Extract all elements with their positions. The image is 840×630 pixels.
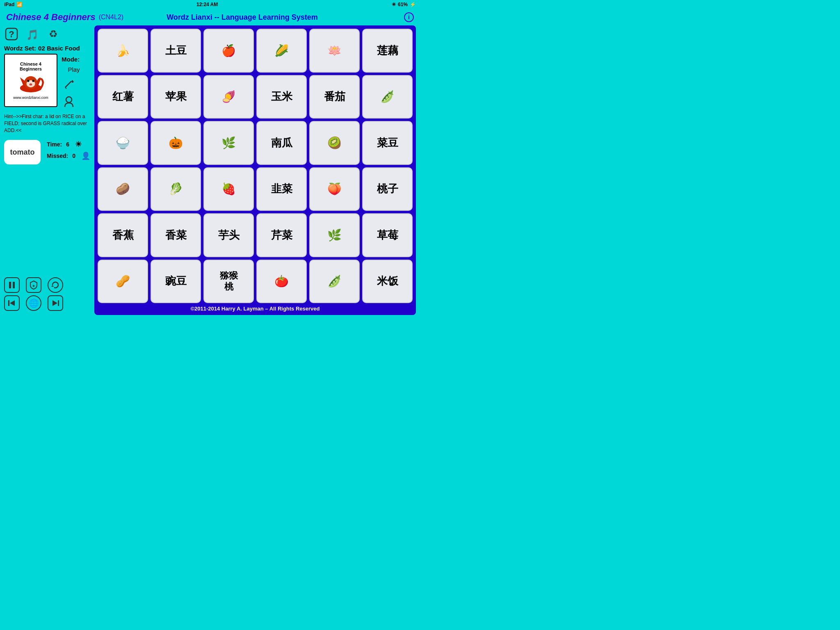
peach-emoji: 🍑 <box>327 182 342 196</box>
info-button[interactable]: i <box>404 12 414 22</box>
cell-sweet-potato-text[interactable]: 红薯 <box>98 75 148 119</box>
potato-chinese: 土豆 <box>165 44 187 57</box>
sweet-potato-chinese: 红薯 <box>112 90 134 103</box>
missed-label: Missed: <box>47 153 68 159</box>
cell-pumpkin-img[interactable]: 🎃 <box>151 121 201 165</box>
missed-value: 0 <box>72 153 75 159</box>
cell-pea-img[interactable]: 🫛 <box>309 260 360 304</box>
pea-chinese: 豌豆 <box>165 275 187 288</box>
wordz-title: Wordz Lianxi -- Language Learning System <box>167 13 318 22</box>
cell-lotus-img[interactable]: 🪷 <box>309 29 360 73</box>
grid-panel: 🍌 土豆 🍎 🌽 🪷 莲藕 红薯 苹果 <box>94 25 416 315</box>
cell-green-bean-img[interactable]: 🫛 <box>362 75 413 119</box>
logo-box: Chinese 4Beginners www.wordzlianxi.com <box>4 54 57 107</box>
bluetooth-icon: ✳ <box>392 2 396 7</box>
cell-corn-text[interactable]: 玉米 <box>256 75 307 119</box>
logo-title: Chinese 4Beginners <box>20 62 42 71</box>
rice-emoji: 🍚 <box>116 136 130 150</box>
charging-icon: ⚡ <box>410 2 416 7</box>
pause-button[interactable] <box>4 277 20 293</box>
cell-celery-img[interactable]: 🥬 <box>151 167 201 211</box>
cell-cilantro-text[interactable]: 香菜 <box>151 213 201 257</box>
cell-banana-img[interactable]: 🍌 <box>98 29 148 73</box>
grid-footer: ©2011-2014 Harry A. Layman – All Rights … <box>98 303 413 312</box>
banana-chinese: 香蕉 <box>112 229 134 242</box>
svg-text:🎵: 🎵 <box>26 29 39 41</box>
svg-marker-18 <box>51 285 54 287</box>
recycle-button[interactable]: ♻ <box>46 27 61 41</box>
cell-celery-text[interactable]: 芹菜 <box>256 213 307 257</box>
grid-container: 🍌 土豆 🍎 🌽 🪷 莲藕 红薯 苹果 <box>98 29 413 303</box>
wordz-set-value: 02 Basic Food <box>38 45 80 52</box>
corn-emoji: 🌽 <box>274 44 289 57</box>
music-button[interactable]: 🎵 <box>25 27 40 41</box>
control-row-2: 🌐 <box>4 295 90 311</box>
hint-text: Hint-->>First char: a lid on RICE on a F… <box>4 113 90 134</box>
cell-rice-img[interactable]: 🍚 <box>98 121 148 165</box>
answer-timer-row: tomato Time: 6 ☀ Missed: 0 👤 <box>4 138 90 164</box>
potato-emoji: 🥔 <box>116 182 130 196</box>
person-button[interactable] <box>62 94 76 109</box>
cell-taro-text[interactable]: 芋头 <box>203 213 254 257</box>
cell-cilantro-img[interactable]: 🌿 <box>309 213 360 257</box>
time-value: 6 <box>66 141 69 148</box>
next-button[interactable] <box>48 295 63 311</box>
pumpkin-emoji: 🎃 <box>169 136 183 150</box>
prev-button[interactable] <box>4 295 20 311</box>
cell-lotus-text[interactable]: 莲藕 <box>362 29 413 73</box>
cell-sweet-potato-img[interactable]: 🍠 <box>203 75 254 119</box>
cell-tomato-img[interactable]: 🍅 <box>256 260 307 304</box>
svg-rect-15 <box>9 282 11 288</box>
cell-green-bean-text[interactable]: 菜豆 <box>362 121 413 165</box>
left-panel: ? 🎵 ♻ Wordz Set: 02 Basic Food Chinese 4… <box>4 25 90 315</box>
chive-chinese: 韭菜 <box>271 183 292 195</box>
sweet-potato-emoji: 🍠 <box>221 90 236 103</box>
svg-rect-16 <box>13 282 15 288</box>
cell-rice-text[interactable]: 米饭 <box>362 260 413 304</box>
cell-apple-img[interactable]: 🍎 <box>203 29 254 73</box>
cell-herb-img[interactable]: 🌿 <box>203 121 254 165</box>
shield-button[interactable]: ★ <box>26 277 41 293</box>
cell-peach-text[interactable]: 桃子 <box>362 167 413 211</box>
cell-chive-text[interactable]: 韭菜 <box>256 167 307 211</box>
cell-pumpkin-text[interactable]: 南瓜 <box>256 121 307 165</box>
cell-corn-img[interactable]: 🌽 <box>256 29 307 73</box>
cell-strawberry-img[interactable]: 🍓 <box>203 167 254 211</box>
cell-kiwi-text[interactable]: 猕猴桃 <box>203 260 254 304</box>
status-left: iPad 📶 <box>4 2 23 7</box>
svg-marker-22 <box>52 300 57 306</box>
cell-potato-img[interactable]: 🥔 <box>98 167 148 211</box>
main-layout: ? 🎵 ♻ Wordz Set: 02 Basic Food Chinese 4… <box>0 25 420 315</box>
svg-text:?: ? <box>9 29 14 39</box>
answer-box[interactable]: tomato <box>4 140 41 164</box>
apple-chinese: 苹果 <box>165 90 187 103</box>
svg-point-10 <box>30 83 32 85</box>
brightness-icon[interactable]: ☀ <box>75 140 82 149</box>
svg-line-11 <box>65 81 71 87</box>
taro-chinese: 芋头 <box>218 229 240 242</box>
strawberry-emoji: 🍓 <box>221 182 236 196</box>
globe-button[interactable]: 🌐 <box>26 295 41 311</box>
bottom-controls: ★ 🌐 <box>4 277 90 315</box>
pencil-button[interactable] <box>62 76 76 91</box>
celery-chinese: 芹菜 <box>271 229 292 242</box>
ipad-label: iPad <box>4 2 14 7</box>
kiwi-emoji: 🥝 <box>327 136 342 150</box>
refresh-button[interactable] <box>48 277 63 293</box>
cell-peach-img[interactable]: 🍑 <box>309 167 360 211</box>
cell-banana-text[interactable]: 香蕉 <box>98 213 148 257</box>
help-button[interactable]: ? <box>4 27 19 41</box>
wordz-set-label: Wordz Set: <box>4 45 36 52</box>
person2-icon[interactable]: 👤 <box>81 151 90 160</box>
cell-tomato-text[interactable]: 番茄 <box>309 75 360 119</box>
corn-chinese: 玉米 <box>271 90 292 103</box>
cell-taro-img[interactable]: 🥜 <box>98 260 148 304</box>
cell-pea-text[interactable]: 豌豆 <box>151 260 201 304</box>
cell-apple-text[interactable]: 苹果 <box>151 75 201 119</box>
cell-strawberry-text[interactable]: 草莓 <box>362 213 413 257</box>
cell-potato-text[interactable]: 土豆 <box>151 29 201 73</box>
cell-kiwi-img[interactable]: 🥝 <box>309 121 360 165</box>
svg-line-13 <box>65 87 66 89</box>
tomato-chinese: 番茄 <box>324 90 345 103</box>
pumpkin-chinese: 南瓜 <box>271 137 292 149</box>
